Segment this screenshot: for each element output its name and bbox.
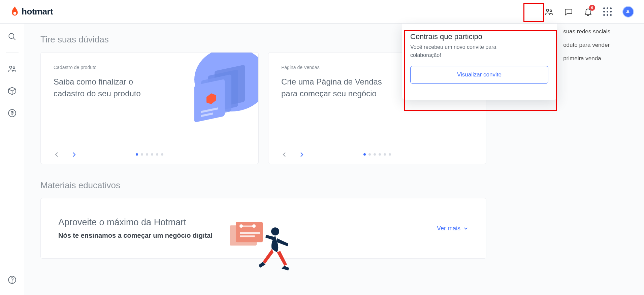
dot[interactable] xyxy=(374,153,376,156)
materials-section: Materiais educativos Aproveite o máximo … xyxy=(40,180,644,259)
card-title: Crie uma Página de Vendas para começar s… xyxy=(281,76,389,100)
svg-marker-14 xyxy=(206,92,216,105)
svg-point-5 xyxy=(13,67,14,68)
svg-point-2 xyxy=(550,10,552,11)
carousel-next[interactable] xyxy=(71,152,77,158)
chat-icon xyxy=(564,7,573,16)
svg-point-0 xyxy=(13,12,17,15)
help-icon[interactable] xyxy=(8,275,17,284)
svg-point-3 xyxy=(9,33,14,38)
dollar-icon[interactable] xyxy=(8,109,17,118)
svg-point-23 xyxy=(271,227,279,235)
logo-text: hotmart xyxy=(22,6,53,17)
svg-rect-10 xyxy=(215,65,245,108)
dot[interactable] xyxy=(146,153,148,156)
dot[interactable] xyxy=(161,153,163,156)
card-category: Cadastro de produto xyxy=(54,65,246,70)
popup-message: Você recebeu um novo convite para colabo… xyxy=(410,43,525,59)
avatar[interactable]: JL xyxy=(622,6,634,18)
faq-card[interactable]: Cadastro de produto Saiba como finalizar… xyxy=(40,52,259,164)
package-icon[interactable] xyxy=(8,87,17,95)
flame-icon xyxy=(10,5,20,18)
svg-rect-12 xyxy=(201,74,231,118)
see-more-label: Ver mais xyxy=(437,225,460,232)
dot[interactable] xyxy=(156,153,158,156)
see-more-link[interactable]: Ver mais xyxy=(437,225,469,232)
carousel-dots xyxy=(363,153,391,156)
dot[interactable] xyxy=(368,153,371,156)
dot[interactable] xyxy=(389,153,391,156)
notifications-button[interactable]: 9 xyxy=(584,7,592,16)
header-actions: 9 JL xyxy=(545,6,634,18)
materials-section-title: Materiais educativos xyxy=(40,180,644,191)
search-icon[interactable] xyxy=(8,32,17,41)
materials-card: Aproveite o máximo da Hotmart Nós te ens… xyxy=(40,198,486,259)
notifications-badge: 9 xyxy=(589,5,595,11)
sidebar xyxy=(0,24,24,295)
svg-point-8 xyxy=(12,282,12,282)
collaborators-popup: Centrais que participo Você recebeu um n… xyxy=(402,24,557,100)
card-title: Saiba como finalizar o cadastro do seu p… xyxy=(54,76,161,100)
chevron-down-icon xyxy=(463,226,469,231)
svg-rect-22 xyxy=(240,235,255,237)
svg-rect-11 xyxy=(208,69,238,113)
svg-rect-21 xyxy=(240,232,260,234)
dot[interactable] xyxy=(151,153,153,156)
carousel-prev[interactable] xyxy=(54,152,60,158)
dot[interactable] xyxy=(379,153,381,156)
svg-point-20 xyxy=(252,224,256,228)
logo[interactable]: hotmart xyxy=(10,5,53,18)
illustration-runner xyxy=(226,198,300,295)
svg-point-9 xyxy=(194,53,258,111)
divider xyxy=(6,53,19,53)
dot[interactable] xyxy=(141,153,143,156)
dot[interactable] xyxy=(384,153,386,156)
carousel-dots xyxy=(136,153,163,156)
dot[interactable] xyxy=(136,153,138,156)
svg-rect-13 xyxy=(194,79,225,123)
people-icon xyxy=(545,7,553,16)
list-item[interactable]: oduto para vender xyxy=(563,42,610,48)
svg-rect-16 xyxy=(201,112,213,117)
view-invite-button[interactable]: Visualizar convite xyxy=(410,66,548,84)
svg-point-1 xyxy=(546,9,549,11)
carousel-next[interactable] xyxy=(299,152,305,158)
apps-menu-button[interactable] xyxy=(603,7,612,16)
people-icon[interactable] xyxy=(8,64,17,73)
header: hotmart 9 JL xyxy=(0,0,644,24)
popup-title: Centrais que participo xyxy=(410,32,549,41)
collaborators-button[interactable] xyxy=(545,7,553,16)
svg-rect-15 xyxy=(201,107,218,113)
carousel-prev[interactable] xyxy=(281,152,287,158)
svg-point-4 xyxy=(9,66,12,68)
messages-button[interactable] xyxy=(564,7,573,16)
list-item[interactable]: primeira venda xyxy=(563,55,610,62)
suggestion-list-peek: suas redes sociais oduto para vender pri… xyxy=(563,28,610,62)
dot[interactable] xyxy=(363,153,366,156)
list-item[interactable]: suas redes sociais xyxy=(563,28,610,35)
